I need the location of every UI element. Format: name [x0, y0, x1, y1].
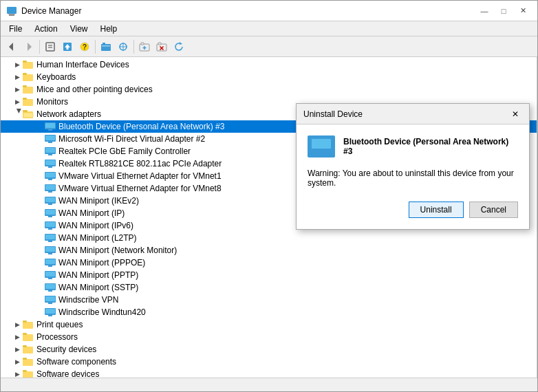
update-driver-button[interactable]	[59, 39, 76, 55]
svg-rect-74	[48, 265, 52, 267]
tree-item-hid[interactable]: ▶ Human Interface Devices	[1, 58, 537, 71]
dialog-title: Uninstall Device	[303, 109, 363, 119]
tree-label-realtek-gbe: Realtek PCIe GbE Family Controller	[57, 146, 191, 156]
svg-rect-41	[48, 129, 52, 131]
refresh-button[interactable]	[171, 39, 187, 55]
tree-item-print-queues[interactable]: ▶ Print queues	[1, 318, 537, 331]
tree-item-wan-pppoe[interactable]: ▶ WAN Miniport (PPPOE)	[1, 257, 537, 269]
svg-rect-87	[23, 322, 33, 329]
svg-rect-65	[48, 228, 52, 230]
tree-label-software-devices: Software devices	[35, 369, 99, 378]
expand-keyboards[interactable]: ▶	[12, 72, 23, 83]
tree-item-mice[interactable]: ▶ Mice and other pointing devices	[1, 83, 537, 96]
svg-rect-90	[23, 333, 27, 335]
minimize-button[interactable]: —	[475, 4, 493, 18]
expand-monitors[interactable]: ▶	[12, 96, 23, 107]
app-icon	[6, 6, 17, 17]
expand-sw-devices[interactable]: ▶	[12, 369, 23, 378]
expand-network[interactable]: ▶	[12, 109, 23, 120]
svg-rect-12	[101, 44, 111, 51]
tree-label-realtek-rtl: Realtek RTL8821CE 802.11ac PCIe Adapter	[57, 159, 222, 168]
svg-rect-93	[23, 359, 33, 366]
uninstall-button[interactable]: Uninstall	[409, 202, 464, 218]
svg-rect-32	[23, 87, 33, 94]
tree-label-security-devices: Security devices	[35, 345, 96, 354]
svg-rect-46	[45, 148, 55, 153]
tree-item-wan-pptp[interactable]: ▶ WAN Miniport (PPTP)	[1, 269, 537, 281]
network-icon-wan-ipv6	[45, 220, 56, 231]
expand-security[interactable]: ▶	[12, 344, 23, 355]
back-button[interactable]	[3, 39, 20, 55]
tree-item-windscribe-vpn[interactable]: ▶ Windscribe VPN	[1, 294, 537, 306]
uninstall-device-button[interactable]	[153, 39, 170, 55]
tree-label-wan-ikev2: WAN Miniport (IKEv2)	[57, 196, 139, 206]
svg-rect-35	[23, 98, 27, 100]
tree-item-wan-sstp[interactable]: ▶ WAN Miniport (SSTP)	[1, 281, 537, 294]
dialog-buttons: Uninstall Cancel	[308, 202, 518, 218]
dialog-device-name: Bluetooth Device (Personal Area Network)…	[343, 137, 518, 156]
tree-label-wan-sstp: WAN Miniport (SSTP)	[57, 283, 138, 292]
title-bar: Device Manager — □ ✕	[1, 1, 537, 21]
svg-rect-83	[48, 303, 52, 304]
forward-button[interactable]	[21, 39, 37, 55]
network-icon-wan-pptp	[45, 270, 56, 281]
svg-rect-59	[48, 204, 52, 205]
tree-label-wan-ip: WAN Miniport (IP)	[57, 208, 125, 218]
menu-file[interactable]: File	[3, 23, 28, 35]
svg-rect-17	[123, 43, 124, 51]
svg-rect-85	[45, 309, 55, 314]
status-bar	[1, 378, 537, 391]
svg-text:?: ?	[83, 43, 87, 51]
uninstall-dialog[interactable]: Uninstall Device ✕ Bluetooth Device (Per…	[296, 103, 530, 230]
tree-item-software-components[interactable]: ▶ Software components	[1, 356, 537, 368]
dialog-close-button[interactable]: ✕	[508, 107, 522, 121]
svg-rect-62	[48, 216, 52, 217]
expand-sw-components[interactable]: ▶	[12, 356, 23, 367]
show-hidden-button[interactable]	[98, 39, 114, 55]
network-icon-wan-ikev2	[45, 195, 56, 206]
svg-rect-47	[48, 154, 52, 155]
svg-rect-30	[23, 74, 33, 81]
tree-item-security-devices[interactable]: ▶ Security devices	[1, 343, 537, 356]
expand-processors[interactable]: ▶	[12, 331, 23, 342]
network-icon-wan-pppoe	[45, 257, 56, 268]
network-icon-realtek-gbe	[45, 146, 56, 157]
folder-icon-print	[23, 319, 34, 330]
svg-rect-2	[8, 14, 15, 14]
svg-rect-49	[45, 160, 55, 165]
svg-rect-98	[312, 139, 331, 149]
properties-button[interactable]	[42, 39, 58, 55]
add-legacy-button[interactable]	[136, 39, 153, 55]
svg-rect-29	[23, 61, 27, 63]
tree-item-processors[interactable]: ▶ Processors	[1, 331, 537, 343]
expand-hid[interactable]: ▶	[12, 59, 23, 70]
dialog-warning: Warning: You are about to uninstall this…	[308, 168, 518, 188]
tree-item-wan-netmon[interactable]: ▶ WAN Miniport (Network Monitor)	[1, 244, 537, 257]
tree-label-keyboards: Keyboards	[35, 72, 76, 82]
network-icon-wan-l2tp	[45, 232, 56, 243]
expand-print[interactable]: ▶	[12, 319, 23, 330]
folder-icon-monitors	[23, 96, 34, 107]
close-button[interactable]: ✕	[514, 4, 532, 18]
help-button[interactable]: ?	[76, 39, 93, 55]
tree-item-windscribe-tun[interactable]: ▶ Windscribe Windtun420	[1, 306, 537, 318]
expand-mice[interactable]: ▶	[12, 84, 23, 95]
network-icon-windscribe-tun	[45, 307, 56, 318]
svg-rect-19	[141, 43, 144, 45]
tree-item-software-devices[interactable]: ▶ Software devices	[1, 368, 537, 378]
scan-button[interactable]	[115, 39, 131, 55]
menu-action[interactable]: Action	[29, 23, 63, 35]
tree-item-wan-l2tp[interactable]: ▶ WAN Miniport (L2TP)	[1, 232, 537, 244]
svg-rect-40	[45, 123, 55, 128]
cancel-button[interactable]: Cancel	[469, 202, 518, 218]
network-icon-windscribe-vpn	[45, 294, 56, 305]
menu-help[interactable]: Help	[95, 23, 123, 35]
svg-marker-3	[9, 43, 13, 51]
tree-label-processors: Processors	[35, 332, 78, 342]
menu-view[interactable]: View	[65, 23, 94, 35]
dialog-device-row: Bluetooth Device (Personal Area Network)…	[308, 135, 518, 157]
tree-label-wifi-direct: Microsoft Wi-Fi Direct Virtual Adapter #…	[57, 134, 205, 144]
tree-label-windscribe-tun: Windscribe Windtun420	[57, 307, 146, 317]
tree-item-keyboards[interactable]: ▶ Keyboards	[1, 71, 537, 83]
maximize-button[interactable]: □	[495, 4, 513, 18]
